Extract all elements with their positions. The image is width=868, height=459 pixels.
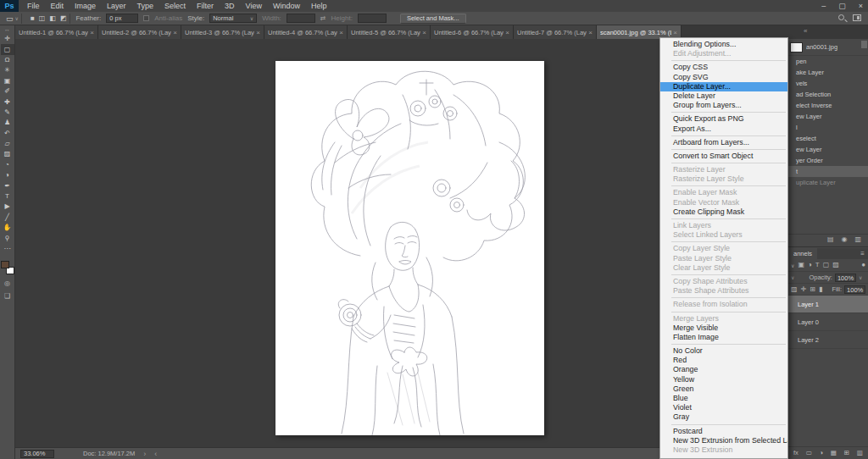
chevron-down-icon[interactable]: ∨ — [791, 263, 794, 268]
history-state[interactable]: l — [788, 122, 868, 133]
lock-all-icon[interactable]: ▮ — [819, 286, 822, 293]
new-snapshot-icon[interactable]: ◉ — [841, 236, 847, 243]
document-canvas[interactable] — [275, 61, 544, 435]
menu-item[interactable]: Enable Vector Mask — [660, 198, 787, 207]
menu-item[interactable]: No Color — [660, 346, 787, 356]
history-scrollbar[interactable] — [861, 41, 867, 48]
eraser-tool[interactable]: ▱ — [1, 139, 14, 149]
document-tab[interactable]: Untitled-6 @ 66.7% (Layer ... × — [431, 25, 514, 39]
select-and-mask-button[interactable]: Select and Mask... — [400, 14, 466, 24]
lock-paint-icon[interactable]: ✛ — [801, 286, 807, 293]
quick-selection-tool[interactable]: ✳ — [1, 65, 14, 75]
clone-stamp-tool[interactable]: ♟ — [1, 118, 14, 128]
menu-item[interactable]: Paste Shape Attributes — [660, 286, 787, 296]
menu-item[interactable]: Blue — [660, 394, 787, 403]
history-state[interactable]: ew Layer — [788, 111, 868, 122]
menu-item[interactable]: Blending Options... — [660, 40, 787, 49]
document-tab[interactable]: Untitled-5 @ 66.7% (Layer ... × — [348, 25, 431, 39]
menu-item[interactable]: Copy Shape Attributes — [660, 277, 787, 286]
group-layers-icon[interactable]: ▦ — [831, 450, 837, 456]
delete-state-icon[interactable]: ▥ — [854, 236, 861, 243]
menu-item[interactable]: Convert to Smart Object — [660, 152, 787, 161]
healing-brush-tool[interactable]: ✚ — [1, 97, 14, 107]
menu-item[interactable]: Violet — [660, 403, 787, 412]
filter-pin-icon[interactable]: ● — [861, 262, 865, 268]
history-state[interactable]: vels — [788, 78, 868, 89]
filter-adjustment-icon[interactable]: ◑ — [808, 262, 812, 268]
history-state[interactable]: elect Inverse — [788, 100, 868, 111]
Layer 1[interactable]: Layer 1 — [788, 296, 868, 313]
history-snapshot-row[interactable]: an0001.jpg — [788, 39, 868, 56]
chevron-down-icon[interactable]: ∨ — [859, 274, 862, 280]
menu-file[interactable]: File — [27, 2, 40, 10]
close-icon[interactable]: × — [339, 29, 343, 36]
menu-select[interactable]: Select — [164, 2, 186, 10]
status-arrow-left-icon[interactable]: ‹ — [154, 450, 157, 458]
close-icon[interactable]: × — [173, 29, 177, 36]
menu-item[interactable]: Flatten Image — [660, 333, 787, 342]
menu-item[interactable]: Duplicate Layer... — [660, 82, 787, 91]
restore-icon[interactable]: ▢ — [838, 2, 846, 10]
search-icon[interactable] — [838, 14, 844, 20]
history-state[interactable]: yer Order — [788, 155, 868, 166]
gradient-tool[interactable]: ▨ — [1, 149, 14, 159]
Layer 2[interactable]: Layer 2 — [788, 331, 868, 349]
channels-tab[interactable]: annels — [788, 248, 817, 259]
lock-position-icon[interactable]: ⊞ — [810, 286, 815, 293]
menu-item[interactable]: Gray — [660, 412, 787, 422]
height-input[interactable] — [358, 14, 387, 23]
type-tool[interactable]: T — [1, 191, 14, 202]
lock-transparency-icon[interactable]: ▨ — [791, 286, 798, 293]
close-icon[interactable]: × — [422, 29, 426, 36]
brush-tool[interactable]: ✎ — [1, 108, 14, 118]
menu-layer[interactable]: Layer — [107, 2, 126, 10]
menu-item[interactable]: Red — [660, 356, 787, 365]
filter-pixel-icon[interactable]: ▣ — [798, 262, 804, 268]
history-state[interactable]: ake Layer — [788, 67, 868, 78]
adjustment-layer-icon[interactable]: ◑ — [820, 450, 824, 456]
menu-filter[interactable]: Filter — [197, 2, 214, 10]
new-doc-from-state-icon[interactable]: ▤ — [827, 236, 834, 243]
crop-tool[interactable]: ▣ — [1, 76, 14, 86]
menu-edit[interactable]: Edit — [51, 2, 64, 10]
document-tab[interactable]: Untitled-7 @ 66.7% (Layer ... × — [514, 25, 597, 39]
move-tool[interactable]: ✛ — [1, 34, 14, 44]
menu-help[interactable]: Help — [311, 2, 327, 10]
filter-smartobject-icon[interactable]: ▨ — [832, 262, 839, 268]
tool-preset-picker[interactable]: ▭ ∨ — [3, 14, 22, 24]
menu-item[interactable]: Orange — [660, 365, 787, 374]
close-icon[interactable]: × — [673, 29, 677, 36]
dodge-tool[interactable]: ◑ — [1, 170, 14, 180]
document-tab[interactable]: Untitled-2 @ 66.7% (Layer ... × — [98, 25, 181, 39]
opacity-value[interactable]: 100% — [835, 274, 856, 282]
blur-tool[interactable]: ◔ — [1, 160, 14, 170]
edit-toolbar-icon[interactable]: ⋯ — [1, 244, 14, 254]
menu-item[interactable]: Copy CSS — [660, 63, 787, 72]
subtract-from-selection-icon[interactable]: ◧ — [49, 15, 56, 22]
lasso-tool[interactable]: Ω — [1, 55, 14, 65]
swap-dimensions-icon[interactable]: ⇄ — [320, 14, 326, 22]
menu-item[interactable]: Yellow — [660, 375, 787, 384]
document-tab[interactable]: Untitled-4 @ 66.7% (Layer ... × — [264, 25, 348, 39]
menu-item[interactable]: Copy Layer Style — [660, 244, 787, 253]
close-icon[interactable]: × — [859, 2, 863, 10]
menu-image[interactable]: Image — [75, 2, 96, 10]
width-input[interactable] — [287, 14, 315, 23]
close-icon[interactable]: × — [256, 29, 260, 36]
history-state[interactable]: ew Layer — [788, 144, 868, 155]
toolbar-toggle-icon[interactable]: ↔ — [4, 25, 10, 34]
fill-value[interactable]: 100% — [844, 285, 865, 294]
menu-item[interactable]: Quick Export as PNG — [660, 114, 787, 124]
zoom-level-field[interactable]: 33.06% — [20, 450, 54, 458]
menu-item[interactable]: Link Layers — [660, 221, 787, 230]
Layer 0[interactable]: Layer 0 — [788, 313, 868, 331]
delete-layer-icon[interactable]: ▥ — [857, 450, 863, 456]
menu-item[interactable]: Release from Isolation — [660, 300, 787, 309]
pen-tool[interactable]: ✒ — [1, 180, 14, 191]
menu-type[interactable]: Type — [137, 2, 154, 10]
feather-input[interactable]: 0 px — [106, 14, 138, 23]
close-icon[interactable]: × — [588, 29, 593, 36]
close-icon[interactable]: × — [505, 29, 509, 36]
status-arrow-right-icon[interactable]: › — [143, 450, 146, 458]
menu-item[interactable]: Green — [660, 384, 787, 394]
